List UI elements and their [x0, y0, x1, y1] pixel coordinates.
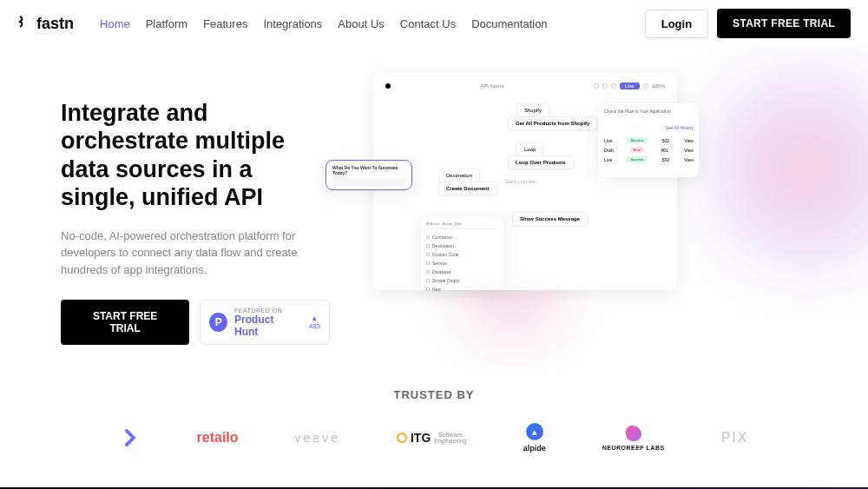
hero-title: Integrate and orchestrate multiple data … — [61, 99, 330, 212]
nav-home[interactable]: Home — [100, 17, 130, 30]
circle-icon — [643, 83, 648, 89]
logo-alpide: ▲ alpide — [523, 423, 546, 453]
product-hunt-badge[interactable]: P FEATURED ON Product Hunt ▲ 483 — [200, 300, 330, 345]
config-item: Custom Code — [426, 250, 498, 259]
circle-icon — [397, 433, 407, 443]
history-header: Check the Flow in Your Application — [604, 109, 694, 114]
mockup-topbar: API Name Live 100% — [380, 80, 670, 92]
mockup-top-right: Live 100% — [594, 83, 665, 89]
circle-icon — [602, 83, 608, 89]
config-tab: AI Action — [426, 221, 440, 226]
main-nav: Home Platform Features Integrations Abou… — [100, 17, 548, 30]
nav-contact[interactable]: Contact Us — [400, 17, 456, 30]
product-hunt-icon: P — [209, 313, 227, 332]
dot-icon — [385, 83, 391, 89]
config-list: Connector Destination Custom Code Servic… — [426, 233, 498, 294]
flow-node-shopify: Shopify — [516, 103, 549, 117]
ph-featured: FEATURED ON — [234, 307, 297, 314]
trusted-section: TRUSTED BY retailo veeve ITG SoftwareEng… — [0, 371, 868, 487]
flow-node-loop: Loop — [516, 142, 543, 156]
ph-name: Product Hunt — [234, 314, 297, 338]
header: fastn Home Platform Features Integration… — [0, 0, 868, 47]
trial-button[interactable]: START FREE TRIAL — [717, 9, 851, 38]
logo-itg: ITG SoftwareEngineering — [397, 431, 467, 445]
hero-content: Integrate and orchestrate multiple data … — [61, 90, 330, 345]
nav-features[interactable]: Features — [203, 17, 247, 30]
config-item: Database — [426, 268, 498, 276]
header-actions: Login START FREE TRIAL — [645, 9, 851, 38]
config-item: New — [426, 285, 498, 294]
triangle-up-icon: ▲ — [311, 314, 318, 322]
ph-text: FEATURED ON Product Hunt — [234, 307, 297, 338]
history-row: Draft Error 401 View — [604, 145, 694, 155]
blob-icon — [626, 426, 641, 441]
circle-icon — [611, 83, 616, 89]
history-title: Check the Flow in Your Application — [604, 109, 671, 114]
history-row: Live Success 502 View — [604, 155, 694, 164]
prompt-label: What Do You Want To Automate Today? — [332, 165, 405, 175]
logo-text: fastn — [36, 15, 74, 33]
hero-trial-button[interactable]: START FREE TRIAL — [61, 300, 189, 345]
nav-about[interactable]: About Us — [338, 17, 384, 30]
flow-node-dest: Destination — [438, 169, 480, 182]
flow-node-each: Each Loop Item — [499, 175, 543, 188]
hero-mockup: API Name Live 100% Shopify Get All Produ… — [330, 90, 868, 334]
flow-node-create: Create Document — [438, 182, 497, 195]
hero-actions: START FREE TRIAL P FEATURED ON Product H… — [61, 300, 330, 345]
logo-veeve: veeve — [295, 431, 340, 445]
config-tabs: AI Action Action Data — [426, 221, 498, 229]
glow-decoration — [677, 47, 868, 299]
trusted-logos: retailo veeve ITG SoftwareEngineering ▲ … — [0, 423, 868, 453]
hero-section: Integrate and orchestrate multiple data … — [0, 47, 868, 371]
nav-docs[interactable]: Documentation — [471, 17, 547, 30]
logo-pix: PIX — [721, 430, 749, 446]
api-name-label: API Name — [480, 83, 503, 89]
nav-integrations[interactable]: Integrations — [263, 17, 322, 30]
circle-icon — [594, 83, 599, 89]
live-badge: Live — [620, 83, 640, 89]
config-tab: Data — [455, 221, 462, 226]
mockup-history-card: Check the Flow in Your Application See A… — [599, 103, 699, 177]
chevron-logo-icon — [120, 427, 141, 448]
prompt-input — [332, 178, 405, 187]
triangle-icon: ▲ — [526, 423, 543, 440]
zoom-label: 100% — [652, 83, 665, 89]
config-tab: Action — [443, 221, 452, 226]
trusted-label: TRUSTED BY — [0, 388, 868, 401]
ph-vote-count: 483 — [309, 322, 320, 330]
config-item: Connector — [426, 233, 498, 241]
ph-votes: ▲ 483 — [309, 314, 320, 330]
history-link: See All History — [665, 125, 694, 130]
mockup-config-card: AI Action Action Data Connector Destinat… — [421, 216, 503, 290]
nav-platform[interactable]: Platform — [146, 17, 187, 30]
config-item: Simple Output — [426, 276, 498, 285]
logo[interactable]: fastn — [17, 15, 74, 33]
logo-neuroreef: NEUROREEF LABS — [602, 426, 665, 451]
logo-item — [120, 427, 141, 448]
config-item: Service — [426, 259, 498, 268]
flow-node-loop-over: Loop Over Products — [508, 155, 574, 169]
logo-icon — [17, 15, 31, 33]
flow-node-products: Get All Products from Shopify — [508, 116, 597, 130]
logo-retailo: retailo — [197, 430, 239, 446]
history-row: Live Success 502 View — [604, 135, 694, 145]
config-item: Destination — [426, 241, 498, 250]
login-button[interactable]: Login — [645, 10, 708, 38]
flow-node-success: Show Success Message — [512, 212, 588, 226]
mockup-prompt-card: What Do You Want To Automate Today? — [326, 160, 412, 190]
hero-subtitle: No-code, AI-powered orchestration platfo… — [61, 228, 304, 279]
